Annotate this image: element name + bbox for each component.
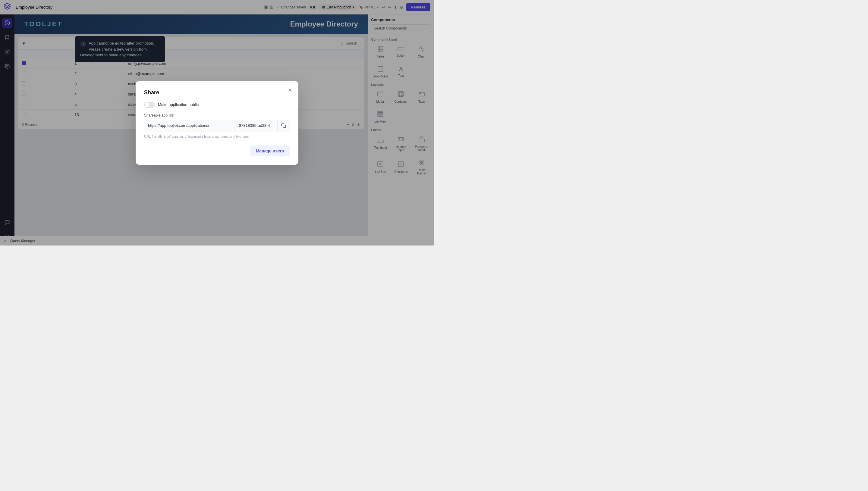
toggle-label: Make application public bbox=[158, 103, 199, 107]
link-hint: URL-friendly 'slug' consists of lowercas… bbox=[144, 135, 290, 138]
public-toggle-row: Make application public bbox=[144, 102, 290, 108]
manage-users-button[interactable]: Manage users bbox=[250, 145, 290, 156]
modal-close-button[interactable]: ✕ bbox=[288, 87, 292, 94]
link-section-title: Shareable app link bbox=[144, 113, 290, 117]
modal-footer: Manage users bbox=[144, 145, 290, 156]
modal-overlay[interactable]: Share ✕ Make application public Shareabl… bbox=[0, 0, 434, 246]
public-toggle[interactable] bbox=[144, 102, 155, 108]
share-modal: Share ✕ Make application public Shareabl… bbox=[136, 81, 298, 165]
link-slug-input[interactable]: 87318385-ad28-4 bbox=[235, 120, 278, 132]
toggle-knob bbox=[145, 103, 149, 107]
svg-rect-33 bbox=[283, 125, 286, 128]
modal-title: Share bbox=[144, 89, 290, 96]
link-base-input[interactable]: https://app.tooljet.com/applications/ bbox=[144, 120, 235, 132]
link-input-row: https://app.tooljet.com/applications/ 87… bbox=[144, 120, 290, 132]
link-copy-button[interactable] bbox=[278, 120, 290, 132]
